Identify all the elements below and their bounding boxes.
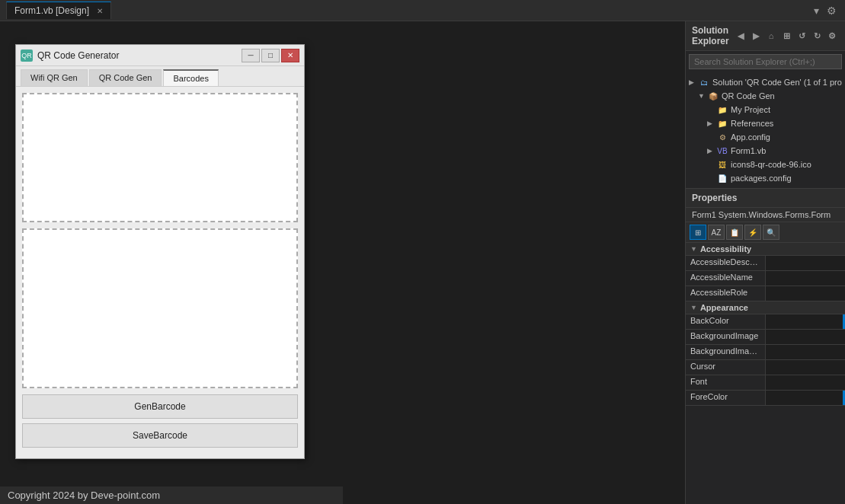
- properties-panel: Properties Form1 System.Windows.Forms.Fo…: [686, 189, 845, 504]
- back-button[interactable]: ◀: [734, 29, 747, 43]
- tab-barcodes[interactable]: Barcodes: [163, 69, 218, 86]
- tab-label: Form1.vb [Design]: [14, 5, 89, 16]
- barcode-preview-panel: [22, 228, 298, 388]
- form-design-tab[interactable]: Form1.vb [Design] ✕: [6, 2, 111, 19]
- tree-item-project[interactable]: ▼ 📦 QR Code Gen: [686, 89, 845, 103]
- prop-name-accessible-role: AccessibleRole: [686, 286, 766, 301]
- references-icon: 📁: [716, 118, 728, 129]
- references-label: References: [731, 119, 773, 128]
- prop-forecolor: ForeColor: [686, 391, 845, 406]
- prop-value-forecolor[interactable]: [766, 391, 846, 405]
- settings-button[interactable]: ⚙: [825, 29, 839, 43]
- close-button[interactable]: ✕: [281, 49, 299, 62]
- properties-title: Properties: [692, 193, 737, 203]
- form-designer-window: QR QR Code Generator ─ □ ✕ Wifi QR Gen Q…: [15, 44, 305, 459]
- properties-toolbar: ⊞ AZ 📋 ⚡ 🔍: [686, 222, 845, 243]
- solution-expand-icon: ▶: [689, 78, 698, 86]
- right-panel: Solution Explorer ◀ ▶ ⌂ ⊞ ↺ ↻ ⚙ ▶ 🗂: [685, 21, 845, 504]
- tab-wifi-qr-gen[interactable]: Wifi QR Gen: [21, 69, 88, 86]
- settings-icon[interactable]: ⚙: [824, 5, 839, 17]
- prop-name-font: Font: [686, 375, 766, 390]
- prop-value-backcolor[interactable]: [766, 314, 846, 329]
- accessibility-label: Accessibility: [700, 244, 751, 254]
- form1-expand-icon: ▶: [707, 147, 716, 155]
- prop-value-accessible-name[interactable]: [766, 271, 846, 285]
- prop-value-cursor[interactable]: [766, 360, 846, 375]
- ico-label: icons8-qr-code-96.ico: [731, 160, 811, 169]
- tree-item-solution[interactable]: ▶ 🗂 Solution 'QR Code Gen' (1 of 1 pro: [686, 75, 845, 89]
- project-icon: 📦: [707, 91, 719, 101]
- home-button[interactable]: ⌂: [764, 29, 778, 43]
- prop-value-backgroundimagelayout[interactable]: [766, 345, 846, 359]
- prop-accessible-name: AccessibleName: [686, 271, 845, 286]
- title-bar-right: ▾ ⚙: [811, 5, 839, 17]
- props-properties-btn[interactable]: 📋: [726, 225, 743, 240]
- properties-object-label: Form1 System.Windows.Forms.Form: [686, 208, 845, 222]
- tree-item-icon[interactable]: 🖼 icons8-qr-code-96.ico: [686, 158, 845, 171]
- prop-value-accessible-description[interactable]: [766, 256, 846, 270]
- tree-item-form1[interactable]: ▶ VB Form1.vb: [686, 144, 845, 158]
- form-app-icon: QR: [21, 49, 33, 62]
- project-expand-icon: ▼: [698, 92, 707, 100]
- prop-name-forecolor: ForeColor: [686, 391, 766, 405]
- props-alphabetical-btn[interactable]: AZ: [708, 225, 725, 240]
- tree-item-myproject[interactable]: 📁 My Project: [686, 103, 845, 116]
- appconfig-icon: ⚙: [716, 132, 728, 142]
- props-events-btn[interactable]: ⚡: [744, 225, 761, 240]
- refresh-button[interactable]: ↺: [795, 29, 808, 43]
- minimize-button[interactable]: ─: [242, 49, 260, 62]
- save-barcode-button[interactable]: SaveBarcode: [22, 423, 298, 448]
- prop-name-backgroundimage: BackgroundImage: [686, 330, 766, 344]
- form-window-controls: ─ □ ✕: [242, 49, 299, 62]
- title-bar: Form1.vb [Design] ✕ ▾ ⚙: [0, 0, 845, 21]
- prop-name-accessible-name: AccessibleName: [686, 271, 766, 285]
- prop-accessible-description: AccessibleDescription: [686, 256, 845, 271]
- ico-icon: 🖼: [716, 159, 728, 170]
- prop-name-backgroundimagelayout: BackgroundImageLayout: [686, 345, 766, 359]
- dropdown-icon[interactable]: ▾: [811, 5, 821, 17]
- solution-explorer: Solution Explorer ◀ ▶ ⌂ ⊞ ↺ ↻ ⚙ ▶ 🗂: [686, 21, 845, 189]
- form1-icon: VB: [716, 145, 728, 156]
- tree-item-packages[interactable]: 📄 packages.config: [686, 171, 845, 185]
- solution-search-input[interactable]: [689, 54, 842, 69]
- solution-tree: ▶ 🗂 Solution 'QR Code Gen' (1 of 1 pro ▼…: [686, 72, 845, 188]
- ref-expand-icon: ▶: [707, 120, 716, 127]
- tab-qr-code-gen[interactable]: QR Code Gen: [89, 69, 162, 86]
- refresh2-button[interactable]: ↻: [810, 29, 824, 43]
- category-accessibility[interactable]: ▼ Accessibility: [686, 243, 845, 256]
- prop-value-accessible-role[interactable]: [766, 286, 846, 301]
- tree-item-appconfig[interactable]: ⚙ App.config: [686, 130, 845, 144]
- tab-close-icon[interactable]: ✕: [97, 7, 103, 15]
- properties-list: ▼ Accessibility AccessibleDescription Ac…: [686, 243, 845, 504]
- sync-button[interactable]: ⊞: [779, 29, 793, 43]
- packages-label: packages.config: [731, 174, 792, 183]
- form-tabs: Wifi QR Gen QR Code Gen Barcodes: [16, 66, 304, 87]
- prop-backgroundimagelayout: BackgroundImageLayout: [686, 345, 845, 360]
- prop-value-font[interactable]: [766, 375, 846, 390]
- prop-name-accessible-description: AccessibleDescription: [686, 256, 766, 270]
- packages-icon: 📄: [716, 173, 728, 183]
- prop-cursor: Cursor: [686, 360, 845, 375]
- props-categorized-btn[interactable]: ⊞: [690, 225, 706, 240]
- maximize-button[interactable]: □: [261, 49, 280, 62]
- solution-explorer-header: Solution Explorer ◀ ▶ ⌂ ⊞ ↺ ↻ ⚙: [686, 21, 845, 51]
- category-appearance[interactable]: ▼ Appearance: [686, 301, 845, 314]
- prop-name-backcolor: BackColor: [686, 314, 766, 329]
- form-title-text: QR Code Generator: [37, 50, 237, 61]
- forward-button[interactable]: ▶: [749, 29, 763, 43]
- tree-item-references[interactable]: ▶ 📁 References: [686, 116, 845, 130]
- appconfig-label: App.config: [731, 132, 770, 142]
- prop-value-backgroundimage[interactable]: [766, 330, 846, 344]
- form1-label: Form1.vb: [731, 146, 766, 155]
- solution-label: Solution 'QR Code Gen' (1 of 1 pro: [712, 78, 842, 87]
- barcode-display-panel: [22, 93, 298, 222]
- props-search-btn[interactable]: 🔍: [763, 225, 779, 240]
- prop-name-cursor: Cursor: [686, 360, 766, 375]
- solution-explorer-title: Solution Explorer: [692, 25, 734, 46]
- gen-barcode-button[interactable]: GenBarcode: [22, 394, 298, 419]
- copyright-text: Copyright 2024 by Deve-point.com: [8, 490, 160, 501]
- myproject-icon: 📁: [716, 104, 728, 115]
- prop-accessible-role: AccessibleRole: [686, 286, 845, 301]
- prop-font: Font: [686, 375, 845, 391]
- solution-icon: 🗂: [698, 77, 710, 88]
